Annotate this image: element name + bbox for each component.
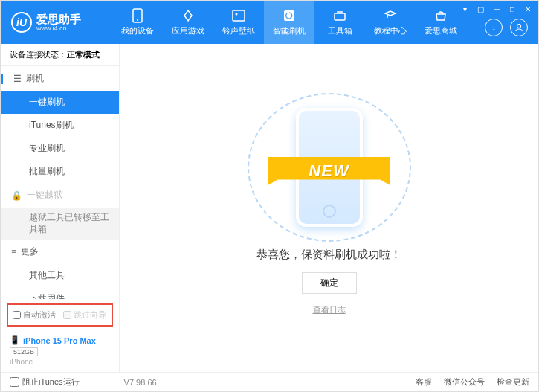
footer-service[interactable]: 客服 — [416, 376, 432, 388]
block-itunes-checkbox[interactable]: 阻止iTunes运行 — [10, 376, 80, 388]
svg-rect-5 — [335, 13, 345, 20]
menu-icon[interactable]: ▾ — [460, 4, 470, 15]
connection-status: 设备连接状态：正常模式 — [1, 44, 119, 66]
toolbox-icon — [332, 8, 347, 23]
nav-my-device[interactable]: 我的设备 — [112, 1, 163, 44]
top-nav: 我的设备 应用游戏 铃声壁纸 智能刷机 工具箱 教程中心 爱思商城 — [112, 1, 466, 44]
device-name[interactable]: 📱 iPhone 15 Pro Max — [10, 335, 110, 345]
store-icon — [433, 8, 448, 23]
skip-guide-checkbox[interactable]: 跳过向导 — [63, 309, 106, 321]
image-icon — [231, 8, 246, 23]
sidebar-item-onekey[interactable]: 一键刷机 — [1, 91, 119, 114]
apps-icon — [181, 8, 196, 23]
nav-ringtones[interactable]: 铃声壁纸 — [213, 1, 264, 44]
success-message: 恭喜您，保资料刷机成功啦！ — [256, 248, 401, 262]
device-phone-icon: 📱 — [10, 335, 20, 345]
svg-point-6 — [517, 25, 521, 28]
phone-icon — [130, 8, 145, 23]
nav-toolbox[interactable]: 工具箱 — [314, 1, 365, 44]
window-controls: ▾ ▢ ─ □ ✕ — [460, 4, 534, 15]
footer-update[interactable]: 检查更新 — [497, 376, 529, 388]
sidebar-item-itunes[interactable]: iTunes刷机 — [1, 114, 119, 137]
app-header: iU 爱思助手 www.i4.cn 我的设备 应用游戏 铃声壁纸 智能刷机 工具… — [1, 1, 538, 44]
close-icon[interactable]: ✕ — [522, 4, 534, 15]
footer-wechat[interactable]: 微信公众号 — [444, 376, 485, 388]
nav-apps[interactable]: 应用游戏 — [163, 1, 213, 44]
svg-rect-2 — [233, 10, 245, 21]
sidebar-item-other[interactable]: 其他工具 — [1, 264, 119, 287]
sidebar-item-jbnote: 越狱工具已转移至工具箱 — [1, 208, 119, 240]
sidebar: 设备连接状态：正常模式 ☰ 刷机 一键刷机 iTunes刷机 专业刷机 批量刷机… — [1, 44, 120, 372]
sidebar-item-batch[interactable]: 批量刷机 — [1, 160, 119, 183]
skin-icon[interactable]: ▢ — [474, 4, 487, 15]
device-info: 📱 iPhone 15 Pro Max 512GB iPhone — [1, 331, 119, 372]
user-button[interactable] — [510, 19, 528, 36]
sidebar-item-pro[interactable]: 专业刷机 — [1, 137, 119, 160]
nav-flash[interactable]: 智能刷机 — [264, 1, 314, 44]
logo: iU 爱思助手 www.i4.cn — [1, 12, 112, 33]
more-icon: ≡ — [11, 247, 16, 257]
sidebar-group-more[interactable]: ≡ 更多 — [1, 240, 119, 264]
download-button[interactable]: ↓ — [485, 19, 503, 36]
main-content: NEW 恭喜您，保资料刷机成功啦！ 确定 查看日志 — [120, 44, 538, 372]
svg-point-3 — [236, 13, 238, 16]
minimize-icon[interactable]: ─ — [491, 4, 503, 15]
logo-title: 爱思助手 — [36, 13, 81, 25]
refresh-icon — [282, 8, 297, 23]
version-label: V7.98.66 — [124, 378, 157, 387]
device-type: iPhone — [10, 358, 110, 366]
lock-icon: 🔒 — [11, 190, 22, 201]
auto-activate-checkbox[interactable]: 自动激活 — [13, 309, 56, 321]
footer: 阻止iTunes运行 V7.98.66 客服 微信公众号 检查更新 — [1, 372, 538, 391]
sidebar-options-highlighted: 自动激活 跳过向导 — [7, 303, 113, 327]
device-capacity: 512GB — [10, 347, 38, 356]
nav-store[interactable]: 爱思商城 — [416, 1, 466, 44]
view-log-link[interactable]: 查看日志 — [313, 304, 346, 315]
list-icon: ☰ — [13, 74, 22, 84]
logo-icon: iU — [11, 12, 32, 33]
ok-button[interactable]: 确定 — [302, 272, 357, 294]
svg-point-1 — [137, 19, 138, 21]
logo-url: www.i4.cn — [36, 25, 81, 32]
sidebar-group-jailbreak: 🔒 一键越狱 — [1, 183, 119, 208]
maximize-icon[interactable]: □ — [507, 4, 517, 15]
sidebar-group-flash[interactable]: ☰ 刷机 — [1, 66, 119, 91]
success-illustration: NEW — [255, 100, 404, 234]
nav-tutorials[interactable]: 教程中心 — [365, 1, 416, 44]
header-right: ↓ — [485, 19, 528, 36]
tutorial-icon — [383, 8, 398, 23]
sidebar-item-download[interactable]: 下载固件 — [1, 287, 119, 299]
